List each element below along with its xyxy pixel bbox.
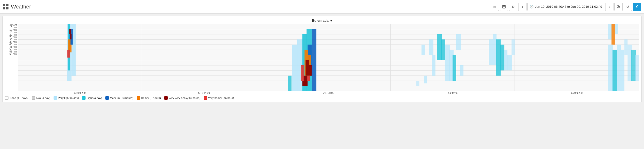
svg-rect-6 [18, 24, 639, 91]
svg-rect-33 [292, 44, 297, 91]
svg-rect-68 [612, 24, 615, 44]
legend-swatch-heavy [137, 96, 140, 100]
svg-rect-76 [631, 50, 636, 81]
svg-rect-57 [456, 34, 461, 50]
svg-rect-58 [416, 81, 420, 86]
back-button[interactable] [633, 3, 641, 11]
settings-button[interactable]: ⚙ [509, 3, 517, 11]
svg-rect-53 [441, 39, 445, 60]
svg-rect-47 [288, 76, 292, 91]
app-header: Weather ⊞ ⚙ ‹ 🕐 Jun 19, 2019 06:40:48 to… [0, 0, 644, 13]
svg-rect-75 [628, 44, 632, 81]
logo-square-1 [3, 4, 5, 6]
x-label-5: 6/20 08:00 [514, 92, 639, 94]
legend-very-light: Very light (a day) [54, 96, 79, 100]
svg-rect-61 [493, 34, 496, 65]
svg-rect-49 [424, 76, 427, 83]
svg-rect-44 [302, 81, 307, 86]
svg-rect-37 [312, 29, 316, 91]
time-range-text: Jun 19, 2019 06:40:48 to Jun 20, 2019 11… [535, 5, 602, 8]
svg-rect-41 [306, 60, 309, 76]
chart-title[interactable]: Buienradar [312, 19, 332, 22]
legend-swatch-none [5, 96, 8, 100]
x-label-1: 6/19 08:00 [18, 92, 142, 94]
legend-swatch-very-heavy [204, 96, 207, 100]
svg-rect-59 [460, 65, 464, 76]
prev-button[interactable]: ‹ [518, 3, 526, 11]
app-logo [3, 4, 8, 9]
x-label-3: 6/19 20:00 [266, 92, 390, 94]
chart-legend: None (11 days) N/A (a day) Very light (a… [5, 94, 639, 102]
svg-rect-65 [507, 55, 512, 70]
zoom-out-button[interactable] [614, 3, 623, 11]
legend-very-very-heavy: Very very heavy (3 hours) [164, 96, 200, 100]
y-label-60: 60 min [5, 53, 18, 55]
chart-area: Current 5 min 10 min 15 min 20 min 25 mi… [5, 24, 639, 91]
next-button[interactable]: › [605, 3, 614, 11]
legend-label-light: Light (a day) [86, 97, 102, 99]
svg-rect-52 [437, 34, 442, 60]
svg-rect-66 [512, 39, 515, 55]
svg-rect-54 [445, 44, 450, 81]
svg-rect-1 [503, 5, 505, 6]
page-title: Weather [11, 4, 491, 10]
svg-rect-62 [496, 39, 500, 76]
legend-swatch-very-very-heavy [164, 96, 168, 100]
weather-chart-container: Buienradar Current 5 min 10 min 15 min 2… [2, 16, 642, 102]
legend-medium: Medium (13 hours) [106, 96, 133, 100]
legend-label-heavy: Heavy (5 hours) [141, 97, 161, 99]
legend-none: None (11 days) [5, 96, 28, 100]
svg-rect-32 [67, 50, 70, 58]
legend-label-very-very-heavy: Very very heavy (3 hours) [169, 97, 200, 99]
svg-rect-31 [70, 34, 72, 39]
svg-rect-34 [297, 39, 303, 91]
time-range-display: 🕐 Jun 19, 2019 06:40:48 to Jun 20, 2019 … [528, 3, 604, 11]
chart-title-row: Buienradar [5, 19, 639, 22]
logo-square-4 [6, 7, 8, 9]
legend-very-heavy: Very heavy (an hour) [204, 96, 234, 100]
svg-rect-74 [624, 39, 628, 55]
svg-rect-48 [422, 44, 425, 55]
svg-line-4 [619, 7, 620, 8]
svg-rect-51 [432, 55, 436, 75]
chart-svg [18, 24, 639, 91]
legend-label-medium: Medium (13 hours) [110, 97, 133, 99]
clock-icon: 🕐 [530, 5, 534, 8]
svg-rect-46 [301, 65, 304, 81]
svg-rect-72 [616, 44, 621, 91]
legend-label-very-light: Very light (a day) [58, 97, 79, 99]
header-controls: ⊞ ⚙ ‹ 🕐 Jun 19, 2019 06:40:48 to Jun 20,… [491, 3, 641, 11]
svg-rect-50 [429, 39, 434, 55]
logo-square-2 [6, 4, 8, 6]
svg-rect-70 [608, 44, 613, 91]
legend-light: Light (a day) [82, 96, 102, 100]
x-axis: 6/19 08:00 6/19 14:00 6/19 20:00 6/20 02… [18, 92, 639, 94]
legend-label-none: None (11 days) [10, 97, 28, 99]
svg-rect-60 [489, 39, 493, 65]
x-label-2: 6/19 14:00 [142, 92, 266, 94]
legend-swatch-medium [106, 96, 109, 100]
svg-rect-63 [500, 44, 504, 70]
save-button[interactable] [500, 3, 508, 11]
svg-rect-77 [635, 55, 639, 81]
refresh-button[interactable]: ↺ [624, 3, 632, 11]
legend-na: N/A (a day) [32, 96, 50, 100]
svg-rect-30 [69, 29, 71, 34]
svg-rect-71 [612, 50, 617, 91]
legend-label-very-heavy: Very heavy (an hour) [208, 97, 234, 99]
panel-button[interactable]: ⊞ [491, 3, 499, 11]
legend-heavy: Heavy (5 hours) [137, 96, 161, 100]
logo-square-3 [3, 7, 5, 9]
svg-rect-73 [621, 50, 624, 91]
svg-rect-56 [452, 55, 456, 81]
svg-rect-67 [608, 24, 612, 39]
legend-label-na: N/A (a day) [36, 97, 50, 99]
svg-rect-2 [503, 7, 505, 8]
svg-rect-64 [504, 50, 507, 70]
legend-swatch-very-light [54, 96, 57, 100]
svg-rect-45 [307, 76, 310, 81]
x-label-4: 6/20 02:00 [390, 92, 514, 94]
legend-swatch-light [82, 96, 86, 100]
svg-rect-42 [309, 65, 312, 76]
svg-rect-69 [615, 24, 618, 34]
